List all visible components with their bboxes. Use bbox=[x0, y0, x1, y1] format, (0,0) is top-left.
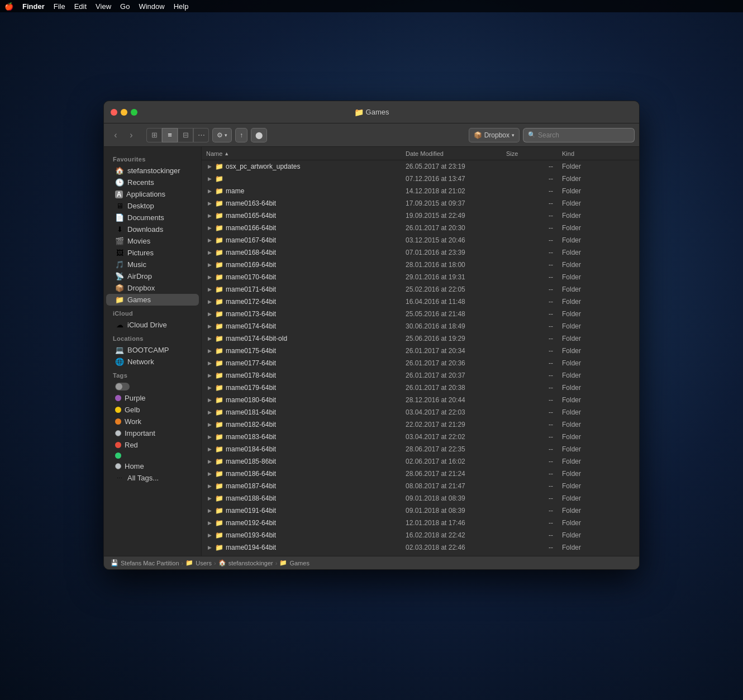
expand-arrow[interactable]: ▶ bbox=[206, 201, 213, 206]
sidebar-item-tag-toggle[interactable] bbox=[106, 381, 199, 392]
sidebar-item-red[interactable]: Red bbox=[106, 439, 199, 451]
sidebar-item-purple[interactable]: Purple bbox=[106, 392, 199, 404]
table-row[interactable]: ▶📁mame0165-64bit19.09.2015 at 22:49--Fol… bbox=[202, 209, 639, 222]
expand-arrow[interactable]: ▶ bbox=[206, 434, 213, 440]
table-row[interactable]: ▶📁mame0171-64bit25.02.2016 at 22:05--Fol… bbox=[202, 283, 639, 296]
sidebar-item-icloud[interactable]: ☁ iCloud Drive bbox=[106, 319, 199, 331]
expand-arrow[interactable]: ▶ bbox=[206, 409, 213, 415]
expand-arrow[interactable]: ▶ bbox=[206, 446, 213, 452]
expand-arrow[interactable]: ▶ bbox=[206, 385, 213, 391]
table-row[interactable]: ▶📁mame0178-64bit26.01.2017 at 20:37--Fol… bbox=[202, 369, 639, 382]
expand-arrow[interactable]: ▶ bbox=[206, 397, 213, 403]
expand-arrow[interactable]: ▶ bbox=[206, 520, 213, 526]
breadcrumb-users[interactable]: 📁 Users bbox=[185, 559, 212, 566]
table-row[interactable]: ▶📁mame0168-64bit07.01.2016 at 23:39--Fol… bbox=[202, 246, 639, 259]
breadcrumb-user[interactable]: 🏠 stefanstockinger bbox=[218, 559, 273, 566]
kind-column-header[interactable]: Kind bbox=[562, 150, 635, 157]
sidebar-item-applications[interactable]: A Applications bbox=[106, 188, 199, 200]
expand-arrow[interactable]: ▶ bbox=[206, 213, 213, 218]
table-row[interactable]: ▶📁mame0174-64bit-old25.06.2016 at 19:29-… bbox=[202, 332, 639, 345]
expand-arrow[interactable]: ▶ bbox=[206, 225, 213, 231]
finder-menu[interactable]: Finder bbox=[22, 2, 45, 11]
edit-menu[interactable]: Edit bbox=[74, 2, 87, 11]
table-row[interactable]: ▶📁mame0191-64bit09.01.2018 at 08:39--Fol… bbox=[202, 504, 639, 517]
sidebar-item-all-tags[interactable]: ⋯ All Tags... bbox=[106, 472, 199, 484]
expand-arrow[interactable]: ▶ bbox=[206, 545, 213, 550]
breadcrumb-partition[interactable]: 💾 Stefans Mac Partition bbox=[111, 559, 179, 566]
sidebar-item-gelb[interactable]: Gelb bbox=[106, 404, 199, 416]
back-button[interactable]: ‹ bbox=[108, 128, 123, 142]
name-column-header[interactable]: Name ▲ bbox=[206, 150, 406, 157]
table-row[interactable]: ▶📁mame0193-64bit16.02.2018 at 22:42--Fol… bbox=[202, 529, 639, 541]
expand-arrow[interactable]: ▶ bbox=[206, 348, 213, 354]
table-row[interactable]: ▶📁mame0192-64bit12.01.2018 at 17:46--Fol… bbox=[202, 517, 639, 529]
expand-arrow[interactable]: ▶ bbox=[206, 287, 213, 292]
sidebar-item-home-tag[interactable]: Home bbox=[106, 460, 199, 472]
sidebar-item-airdrop[interactable]: 📡 AirDrop bbox=[106, 270, 199, 282]
expand-arrow[interactable]: ▶ bbox=[206, 274, 213, 280]
table-row[interactable]: ▶📁mame0183-64bit03.04.2017 at 22:02--Fol… bbox=[202, 431, 639, 443]
go-menu[interactable]: Go bbox=[120, 2, 130, 11]
forward-button[interactable]: › bbox=[124, 128, 139, 142]
sidebar-item-pictures[interactable]: 🖼 Pictures bbox=[106, 247, 199, 259]
expand-arrow[interactable]: ▶ bbox=[206, 164, 213, 169]
table-row[interactable]: ▶📁mame0187-64bit08.08.2017 at 21:47--Fol… bbox=[202, 480, 639, 492]
sidebar-item-dropbox[interactable]: 📦 Dropbox bbox=[106, 282, 199, 294]
expand-arrow[interactable]: ▶ bbox=[206, 508, 213, 513]
list-view-button[interactable]: ≡ bbox=[162, 128, 178, 142]
tags-toggle-switch[interactable] bbox=[115, 383, 130, 391]
sidebar-item-work[interactable]: Work bbox=[106, 416, 199, 427]
expand-arrow[interactable]: ▶ bbox=[206, 496, 213, 501]
expand-arrow[interactable]: ▶ bbox=[206, 188, 213, 194]
table-row[interactable]: ▶📁mame0179-64bit26.01.2017 at 20:38--Fol… bbox=[202, 382, 639, 394]
maximize-button[interactable] bbox=[131, 109, 137, 116]
size-column-header[interactable]: Size bbox=[506, 150, 562, 157]
date-column-header[interactable]: Date Modified bbox=[406, 150, 506, 157]
table-row[interactable]: ▶📁mame0185-86bit02.06.2017 at 16:02--Fol… bbox=[202, 455, 639, 468]
close-button[interactable] bbox=[111, 109, 117, 116]
table-row[interactable]: ▶📁mame0163-64bit17.09.2015 at 09:37--Fol… bbox=[202, 197, 639, 209]
table-row[interactable]: ▶📁mame0194-64bit02.03.2018 at 22:46--Fol… bbox=[202, 541, 639, 554]
expand-arrow[interactable]: ▶ bbox=[206, 237, 213, 243]
table-row[interactable]: ▶📁mame0173-64bit25.05.2016 at 21:48--Fol… bbox=[202, 308, 639, 320]
icon-view-button[interactable]: ⊞ bbox=[146, 128, 162, 142]
expand-arrow[interactable]: ▶ bbox=[206, 336, 213, 341]
expand-arrow[interactable]: ▶ bbox=[206, 483, 213, 489]
expand-arrow[interactable]: ▶ bbox=[206, 262, 213, 268]
view-menu[interactable]: View bbox=[96, 2, 111, 11]
expand-arrow[interactable]: ▶ bbox=[206, 373, 213, 378]
sidebar-item-games[interactable]: 📁 Games bbox=[106, 294, 199, 306]
sidebar-item-downloads[interactable]: ⬇ Downloads bbox=[106, 223, 199, 235]
expand-arrow[interactable]: ▶ bbox=[206, 176, 213, 182]
sidebar-item-desktop[interactable]: 🖥 Desktop bbox=[106, 200, 199, 212]
help-menu[interactable]: Help bbox=[174, 2, 189, 11]
sidebar-item-home[interactable]: 🏠 stefanstockinger bbox=[106, 165, 199, 177]
table-row[interactable]: ▶📁mame0182-64bit22.02.2017 at 21:29--Fol… bbox=[202, 418, 639, 431]
expand-arrow[interactable]: ▶ bbox=[206, 299, 213, 304]
expand-arrow[interactable]: ▶ bbox=[206, 459, 213, 464]
table-row[interactable]: ▶📁mame0174-64bit30.06.2016 at 18:49--Fol… bbox=[202, 320, 639, 332]
apple-menu[interactable]: 🍎 bbox=[4, 2, 13, 11]
tag-button[interactable]: ⬤ bbox=[251, 128, 267, 142]
expand-arrow[interactable]: ▶ bbox=[206, 532, 213, 538]
expand-arrow[interactable]: ▶ bbox=[206, 360, 213, 366]
column-view-button[interactable]: ⊟ bbox=[178, 128, 193, 142]
table-row[interactable]: ▶📁osx_pc_artwork_updates26.05.2017 at 23… bbox=[202, 160, 639, 173]
table-row[interactable]: ▶📁mame0177-64bit26.01.2017 at 20:36--Fol… bbox=[202, 357, 639, 369]
search-input[interactable] bbox=[538, 131, 630, 139]
sidebar-item-music[interactable]: 🎵 Music bbox=[106, 259, 199, 270]
dropbox-button[interactable]: 📦 Dropbox ▾ bbox=[469, 128, 520, 142]
table-row[interactable]: ▶📁mame0186-64bit28.06.2017 at 21:24--Fol… bbox=[202, 468, 639, 480]
window-menu[interactable]: Window bbox=[139, 2, 164, 11]
table-row[interactable]: ▶📁mame14.12.2018 at 21:02--Folder bbox=[202, 185, 639, 197]
sidebar-item-recents[interactable]: 🕒 Recents bbox=[106, 177, 199, 188]
table-row[interactable]: ▶📁mame0170-64bit29.01.2016 at 19:31--Fol… bbox=[202, 271, 639, 283]
table-row[interactable]: ▶📁mame0180-64bit28.12.2016 at 20:44--Fol… bbox=[202, 394, 639, 406]
expand-arrow[interactable]: ▶ bbox=[206, 250, 213, 255]
table-row[interactable]: ▶📁mame0175-64bit26.01.2017 at 20:34--Fol… bbox=[202, 345, 639, 357]
sidebar-item-movies[interactable]: 🎬 Movies bbox=[106, 235, 199, 247]
table-row[interactable]: ▶📁mame0172-64bit16.04.2016 at 11:48--Fol… bbox=[202, 296, 639, 308]
table-row[interactable]: ▶📁mame0188-64bit09.01.2018 at 08:39--Fol… bbox=[202, 492, 639, 504]
table-row[interactable]: ▶📁mame0169-64bit28.01.2016 at 18:00--Fol… bbox=[202, 259, 639, 271]
expand-arrow[interactable]: ▶ bbox=[206, 311, 213, 317]
